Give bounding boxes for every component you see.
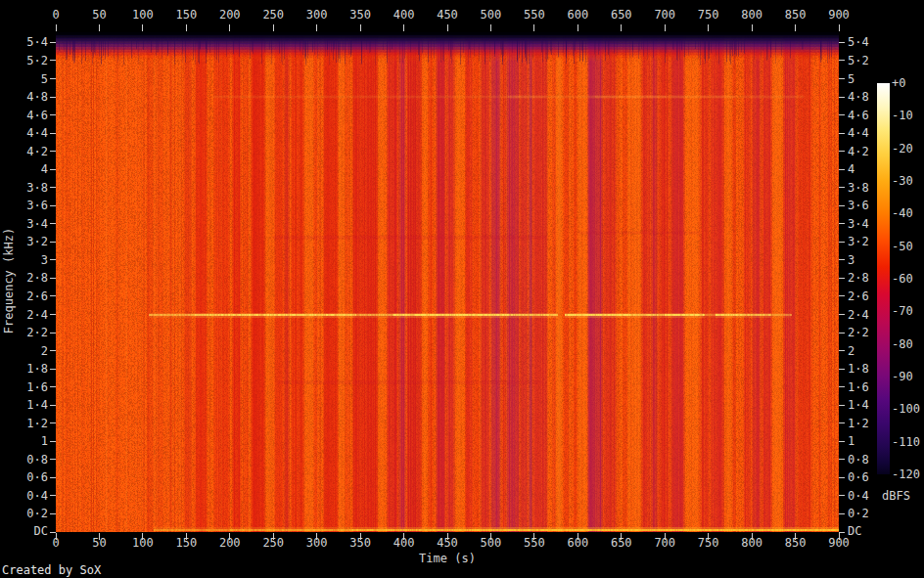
time-tick-label-top: 850 [771, 8, 820, 22]
colorbar-tick-label: -30 [892, 174, 913, 188]
time-tick-label-bottom: 200 [206, 536, 254, 550]
time-tick-top [752, 24, 753, 31]
time-tick-top [533, 24, 534, 31]
freq-tick-right [839, 169, 845, 170]
freq-tick-left [50, 78, 56, 79]
colorbar-tick-label: -110 [892, 435, 920, 449]
time-tick-top [403, 24, 404, 31]
time-tick-label-bottom: 250 [249, 536, 298, 550]
freq-tick-right [839, 78, 845, 79]
time-tick-top [447, 24, 448, 31]
freq-tick-label-right: 2 [848, 344, 855, 358]
colorbar-tick-label: -60 [892, 272, 913, 286]
time-tick-top [578, 24, 578, 31]
freq-tick-left [50, 295, 56, 296]
freq-tick-right [839, 422, 845, 423]
time-tick-label-top: 650 [597, 8, 646, 22]
freq-tick-label-right: 1 [848, 434, 855, 448]
freq-tick-right [839, 495, 845, 496]
time-tick-top [839, 24, 840, 31]
freq-tick-right [839, 114, 845, 115]
freq-tick-label-right: 5·2 [848, 54, 869, 67]
freq-tick-label-right: 3·6 [848, 199, 869, 212]
freq-tick-left [50, 495, 56, 496]
time-tick-label-top: 500 [466, 8, 515, 22]
time-tick-label-top: 800 [727, 8, 776, 22]
freq-tick-right [839, 187, 845, 188]
time-tick-label-top: 600 [553, 8, 602, 22]
time-tick-top [795, 24, 796, 31]
time-tick-label-bottom: 350 [336, 536, 385, 550]
freq-tick-right [839, 350, 845, 351]
freq-tick-label-left: 4·2 [0, 145, 48, 158]
freq-tick-label-left: 4 [0, 162, 48, 176]
freq-tick-left [50, 187, 56, 188]
time-tick-top [186, 24, 187, 31]
time-tick-label-top: 100 [118, 8, 167, 22]
freq-tick-label-right: 0·4 [848, 489, 869, 503]
time-tick-label-top: 450 [423, 8, 472, 22]
time-tick-label-top: 150 [162, 8, 210, 22]
freq-tick-left [50, 441, 56, 442]
freq-tick-left [50, 114, 56, 115]
colorbar-tick-label: -20 [892, 142, 913, 156]
freq-tick-right [839, 314, 845, 315]
colorbar-tick-label: -120 [892, 467, 920, 481]
time-tick-label-bottom: 850 [771, 536, 820, 550]
time-tick-label-bottom: 450 [423, 536, 472, 550]
freq-tick-label-right: 4·2 [848, 145, 869, 158]
freq-tick-left [50, 477, 56, 478]
time-tick-top [316, 24, 317, 31]
freq-tick-left [50, 422, 56, 423]
freq-tick-label-right: 2·4 [848, 308, 869, 322]
time-tick-top [142, 24, 143, 31]
freq-tick-left [50, 314, 56, 315]
freq-tick-label-right: 0·2 [848, 507, 869, 520]
time-tick-top [360, 24, 361, 31]
time-tick-label-top: 350 [336, 8, 385, 22]
freq-tick-label-left: 5·4 [0, 35, 48, 49]
freq-tick-label-right: 3·2 [848, 235, 869, 248]
freq-tick-left [50, 405, 56, 406]
freq-tick-label-right: 1·6 [848, 380, 869, 394]
freq-tick-label-left: 0·2 [0, 507, 48, 520]
freq-tick-left [50, 386, 56, 387]
time-tick-label-bottom: 700 [640, 536, 689, 550]
freq-tick-left [50, 42, 56, 43]
colorbar-tick-label: -100 [892, 402, 920, 416]
time-tick-label-bottom: 750 [684, 536, 733, 550]
freq-tick-right [839, 133, 845, 134]
freq-tick-left [50, 369, 56, 370]
colorbar-tick-label: -10 [892, 109, 913, 122]
colorbar-unit-label: dBFS [882, 489, 910, 503]
freq-tick-label-left: 4·8 [0, 90, 48, 104]
freq-tick-label-right: 4·6 [848, 109, 869, 122]
freq-tick-label-right: 3·8 [848, 181, 869, 195]
freq-tick-left [50, 205, 56, 206]
colorbar-tick-label: -40 [892, 206, 913, 220]
freq-tick-right [839, 441, 845, 442]
freq-tick-label-left: DC [0, 524, 48, 538]
freq-tick-left [50, 513, 56, 514]
freq-tick-right [839, 333, 845, 333]
spectrogram-plot [56, 32, 839, 532]
freq-tick-label-right: DC [848, 524, 861, 538]
freq-tick-left [50, 223, 56, 224]
colorbar-tick-label: -50 [892, 240, 913, 253]
freq-tick-label-left: 3·6 [0, 199, 48, 212]
freq-tick-left [50, 151, 56, 152]
freq-tick-label-right: 1·8 [848, 362, 869, 376]
time-tick-label-top: 0 [31, 8, 80, 22]
time-tick-top [229, 24, 230, 31]
freq-tick-label-right: 2·2 [848, 326, 869, 339]
freq-tick-right [839, 278, 845, 279]
freq-tick-right [839, 405, 845, 406]
time-tick-top [708, 24, 709, 31]
freq-tick-label-right: 5 [848, 72, 855, 86]
time-tick-label-top: 750 [684, 8, 733, 22]
freq-tick-left [50, 242, 56, 243]
freq-tick-label-right: 0·6 [848, 470, 869, 484]
freq-tick-label-left: 1·6 [0, 380, 48, 394]
freq-tick-right [839, 477, 845, 478]
colorbar-tick-label: +0 [892, 76, 905, 90]
